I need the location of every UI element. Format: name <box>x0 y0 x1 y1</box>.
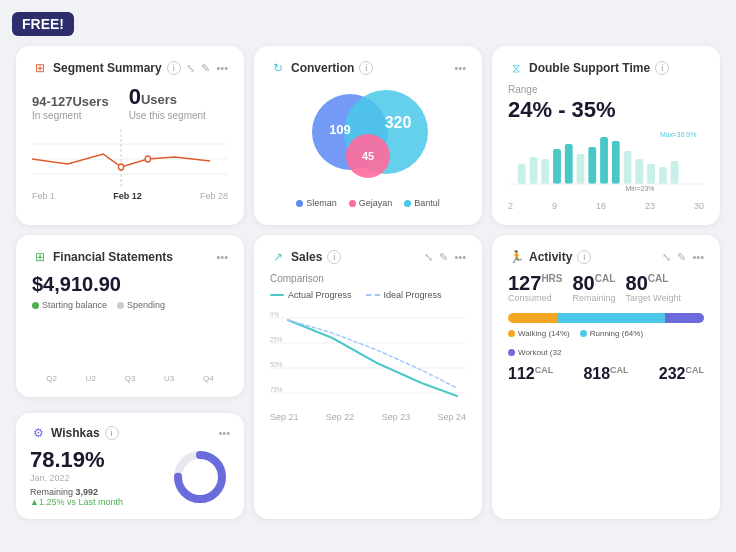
actual-progress-label: Actual Progress <box>288 290 352 300</box>
bantul-label: Bantul <box>414 198 440 208</box>
fin-label-q2: Q2 <box>46 374 57 383</box>
activity-stat-target: 80CAL Target Weight <box>626 273 681 303</box>
svg-rect-15 <box>530 157 538 184</box>
fin-label-q3: Q3 <box>125 374 136 383</box>
walking-val: 112CAL <box>508 365 553 383</box>
segment-icon: ⊞ <box>32 60 48 76</box>
svg-text:Max=36.9%: Max=36.9% <box>660 131 696 138</box>
financial-actions: ••• <box>216 251 228 263</box>
dst-date-9: 9 <box>552 201 557 211</box>
gejayan-label: Gejayan <box>359 198 393 208</box>
conversion-more[interactable]: ••• <box>454 62 466 74</box>
svg-text:25%: 25% <box>270 336 283 343</box>
financial-more[interactable]: ••• <box>216 251 228 263</box>
svg-rect-17 <box>553 149 561 184</box>
svg-text:Min=23%: Min=23% <box>626 185 655 192</box>
segment-title: Segment Summary <box>53 61 162 75</box>
activity-more[interactable]: ••• <box>692 251 704 263</box>
segment-actions: ⤡ ✎ ••• <box>186 62 228 75</box>
segment-more[interactable]: ••• <box>216 62 228 74</box>
sales-icon: ↗ <box>270 249 286 265</box>
conversion-info[interactable]: i <box>359 61 373 75</box>
svg-text:75%: 75% <box>270 386 283 393</box>
activity-bottom-stats: 112CAL 818CAL 232CAL <box>508 365 704 383</box>
sales-more[interactable]: ••• <box>454 251 466 263</box>
wishkas-percentage: 78.19% <box>30 447 123 473</box>
legend-sleman: Sleman <box>296 198 337 208</box>
svg-text:50%: 50% <box>270 361 283 368</box>
activity-stats: 127HRS Consumed 80CAL Remaining 80CAL Ta… <box>508 273 704 303</box>
legend-bantul: Bantul <box>404 198 440 208</box>
wishkas-more[interactable]: ••• <box>218 427 230 439</box>
legend-gejayan: Gejayan <box>349 198 393 208</box>
wishkas-body: 78.19% Jan, 2022 Remaining 3,992 ▲1.25% … <box>30 447 230 507</box>
segment-date-mid: Feb 12 <box>113 191 142 201</box>
segment-info[interactable]: i <box>167 61 181 75</box>
sales-title-row: ↗ Sales i <box>270 249 341 265</box>
sales-date-sep22: Sep 22 <box>326 412 355 422</box>
wishkas-title-row: ⚙ Wishkas i <box>30 425 119 441</box>
wishkas-donut <box>170 447 230 507</box>
actual-progress-legend: Actual Progress <box>270 290 352 300</box>
sales-expand[interactable]: ⤡ <box>424 251 433 264</box>
activity-consumed-label: Consumed <box>508 293 563 303</box>
wishkas-stats: 78.19% Jan, 2022 Remaining 3,992 ▲1.25% … <box>30 447 123 507</box>
sales-info[interactable]: i <box>327 250 341 264</box>
ideal-progress-legend: Ideal Progress <box>366 290 442 300</box>
activity-info[interactable]: i <box>577 250 591 264</box>
left-column: ⊞ Financial Statements ••• $4,910.90 Sta… <box>16 235 244 519</box>
svg-rect-20 <box>588 147 596 184</box>
activity-legend: Walking (14%) Running (64%) Workout (32 <box>508 329 704 357</box>
actual-progress-line <box>270 294 284 296</box>
free-badge: FREE! <box>12 12 74 36</box>
svg-point-4 <box>118 164 123 170</box>
sales-legend: Actual Progress Ideal Progress <box>270 290 466 300</box>
dst-card: ⧖ Double Support Time i Range 24% - 35% … <box>492 46 720 225</box>
activity-bottom-running: 818CAL <box>583 365 628 383</box>
segment-expand[interactable]: ⤡ <box>186 62 195 75</box>
wishkas-title: Wishkas <box>51 426 100 440</box>
segment-edit[interactable]: ✎ <box>201 62 210 75</box>
start-balance-dot <box>32 302 39 309</box>
wishkas-card: ⚙ Wishkas i ••• 78.19% Jan, 2022 Remaini… <box>16 413 244 519</box>
segment-main-value: 94-127Users <box>32 84 109 110</box>
activity-stat-consumed: 127HRS Consumed <box>508 273 563 303</box>
dst-date-16: 16 <box>596 201 606 211</box>
activity-target-val: 80CAL <box>626 273 681 293</box>
sales-date-sep23: Sep 23 <box>382 412 411 422</box>
activity-remaining-val: 80CAL <box>573 273 616 293</box>
svg-rect-24 <box>635 159 643 184</box>
dst-info[interactable]: i <box>655 61 669 75</box>
activity-expand[interactable]: ⤡ <box>662 251 671 264</box>
sales-chart: 0% 25% 50% 75% <box>270 308 466 408</box>
conversion-card: ↻ Convertion i ••• 109 320 45 <box>254 46 482 225</box>
financial-amount: $4,910.90 <box>32 273 228 296</box>
segment-summary-card: ⊞ Segment Summary i ⤡ ✎ ••• 94-127Users … <box>16 46 244 225</box>
bantul-dot <box>404 200 411 207</box>
svg-text:0%: 0% <box>270 311 279 318</box>
legend-workout: Workout (32 <box>508 348 561 357</box>
segment-zero-label: Use this segment <box>129 110 206 121</box>
svg-rect-25 <box>647 164 655 184</box>
legend-running: Running (64%) <box>580 329 643 338</box>
svg-rect-16 <box>541 159 549 184</box>
activity-edit[interactable]: ✎ <box>677 251 686 264</box>
dst-dates: 2 9 16 23 30 <box>508 201 704 211</box>
segment-title-row: ⊞ Segment Summary i <box>32 60 181 76</box>
sales-date-sep24: Sep 24 <box>437 412 466 422</box>
activity-remaining-label: Remaining <box>573 293 616 303</box>
dst-header: ⧖ Double Support Time i <box>508 60 704 76</box>
wishkas-icon: ⚙ <box>30 425 46 441</box>
fin-label-u2: U2 <box>86 374 96 383</box>
wishkas-info[interactable]: i <box>105 426 119 440</box>
segment-sub-label: In segment <box>32 110 109 121</box>
spending-dot <box>117 302 124 309</box>
sales-edit[interactable]: ✎ <box>439 251 448 264</box>
walking-label: Walking (14%) <box>518 329 570 338</box>
segment-header: ⊞ Segment Summary i ⤡ ✎ ••• <box>32 60 228 76</box>
wishkas-date: Jan, 2022 <box>30 473 123 483</box>
wishkas-remaining: Remaining 3,992 <box>30 487 123 497</box>
segment-zero-stat: 0Users Use this segment <box>129 84 206 121</box>
svg-text:320: 320 <box>385 114 412 131</box>
dst-chart: Max=36.9% Min=23% <box>508 129 704 199</box>
